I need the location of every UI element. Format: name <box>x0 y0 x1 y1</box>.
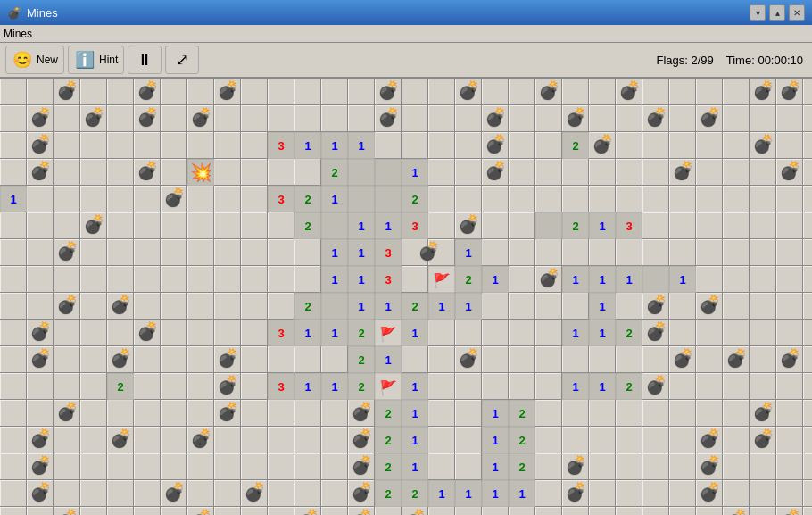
mine: 💣 <box>244 481 266 503</box>
mine: 💣 <box>725 508 748 515</box>
mine: 💣 <box>565 106 587 128</box>
num-1: 1 <box>385 220 391 233</box>
mine: 💣 <box>217 347 239 369</box>
cell-revealed[interactable] <box>375 186 402 212</box>
num-2: 2 <box>411 193 418 206</box>
minimize-button[interactable]: ▾ <box>750 4 766 21</box>
flag-icon: 🚩 <box>379 326 397 343</box>
num-1: 1 <box>438 300 444 313</box>
mine: 💣 <box>217 79 239 101</box>
num-1: 1 <box>492 273 498 287</box>
mine: 💣 <box>217 374 239 395</box>
num-1: 1 <box>358 273 364 287</box>
mine: 💣 <box>29 106 52 128</box>
num-2: 2 <box>358 380 364 394</box>
num-2: 2 <box>358 327 364 340</box>
app-name: Mines <box>4 28 32 40</box>
game-grid[interactable]: 💣 💣 💣 💣 💣 💣 💣 💣 💣 💣 💣 💣 💣 💣 💣 💣 💣 💣 💣 3 <box>0 79 812 515</box>
num-2: 2 <box>572 220 578 233</box>
cell-revealed[interactable] <box>321 212 348 239</box>
mine: 💣 <box>672 347 694 369</box>
num-1: 1 <box>599 380 605 394</box>
expand-icon: ⤢ <box>171 49 193 71</box>
num-1: 1 <box>331 380 337 394</box>
num-2: 2 <box>626 380 632 394</box>
mine: 💣 <box>699 106 721 128</box>
num-1: 1 <box>385 353 391 367</box>
num-2: 2 <box>385 487 391 501</box>
num-1: 1 <box>10 193 16 206</box>
mine: 💣 <box>699 454 721 476</box>
mine: 💣 <box>29 133 52 154</box>
close-button[interactable]: ✕ <box>789 4 805 21</box>
num-2: 2 <box>465 273 471 287</box>
toolbar: 😊 New ℹ️ Hint ⏸ ⤢ Flags: 2/99 Time: 00:0… <box>0 43 812 79</box>
mine: 💣 <box>56 79 79 101</box>
mine: 💣 <box>351 481 373 503</box>
num-1: 1 <box>599 327 605 340</box>
num-1: 1 <box>358 139 364 153</box>
mine: 💣 <box>377 79 400 101</box>
num-1: 1 <box>358 300 364 313</box>
new-button[interactable]: 😊 New <box>5 46 64 74</box>
num-1: 1 <box>492 487 498 501</box>
pause-button[interactable]: ⏸ <box>128 46 162 74</box>
maximize-button[interactable]: ▴ <box>769 4 785 21</box>
mine: 💣 <box>618 79 641 101</box>
mine: 💣 <box>779 508 801 515</box>
mine: 💣 <box>538 79 560 101</box>
mine: 💣 <box>29 160 52 181</box>
num-3: 3 <box>278 380 284 394</box>
mine: 💣 <box>351 428 373 449</box>
mine: 💣 <box>137 160 159 181</box>
new-label: New <box>37 54 58 66</box>
mine: 💣 <box>29 428 52 449</box>
hint-button[interactable]: ℹ️ Hint <box>68 46 124 74</box>
mine: 💣 <box>163 481 186 503</box>
mine: 💣 <box>137 106 159 128</box>
mine: 💣 <box>752 79 775 101</box>
num-1: 1 <box>304 380 311 394</box>
mine: 💣 <box>217 401 239 422</box>
cell-revealed[interactable] <box>535 212 562 239</box>
cell-revealed[interactable] <box>642 266 669 293</box>
mine: 💣 <box>110 294 132 315</box>
hint-label: Hint <box>99 54 118 66</box>
mine: 💣 <box>56 294 79 315</box>
game-area[interactable]: 💣 💣 💣 💣 💣 💣 💣 💣 💣 💣 💣 💣 💣 💣 💣 💣 💣 💣 💣 3 <box>0 79 812 515</box>
cell-revealed[interactable] <box>375 159 402 186</box>
mine: 💣 <box>29 481 52 503</box>
mine: 💣 <box>779 160 801 181</box>
num-1: 1 <box>679 273 685 287</box>
num-2: 2 <box>358 353 364 367</box>
num-1: 1 <box>331 273 337 287</box>
cell-revealed[interactable] <box>348 186 375 212</box>
mine: 💣 <box>351 454 373 476</box>
mine: 💣 <box>779 79 801 101</box>
num-1: 1 <box>331 327 337 340</box>
mine: 💣 <box>56 240 79 262</box>
cell-revealed[interactable] <box>321 293 348 320</box>
mine: 💣 <box>351 508 373 515</box>
mine: 💣 <box>485 106 507 128</box>
mine: 💣 <box>672 160 694 181</box>
num-1: 1 <box>572 380 578 394</box>
mine: 💣 <box>29 454 52 476</box>
num-2: 2 <box>518 407 525 420</box>
num-3: 3 <box>626 220 632 233</box>
window-title: Mines <box>27 6 58 20</box>
mine: 💣 <box>29 347 52 369</box>
new-icon: 😊 <box>12 49 33 71</box>
mine: 💣 <box>458 347 480 369</box>
num-2: 2 <box>304 300 311 313</box>
num-1: 1 <box>411 461 418 474</box>
mine: 💣 <box>110 428 132 449</box>
mine: 💣 <box>485 160 507 181</box>
mine: 💣 <box>83 213 105 235</box>
cell-revealed[interactable] <box>348 159 375 186</box>
title-bar-left: 💣 Mines <box>7 6 58 20</box>
expand-button[interactable]: ⤢ <box>165 46 199 74</box>
mine: 💣 <box>56 401 79 422</box>
mine: 💣 <box>592 133 614 154</box>
mine: 💣 <box>137 320 159 342</box>
